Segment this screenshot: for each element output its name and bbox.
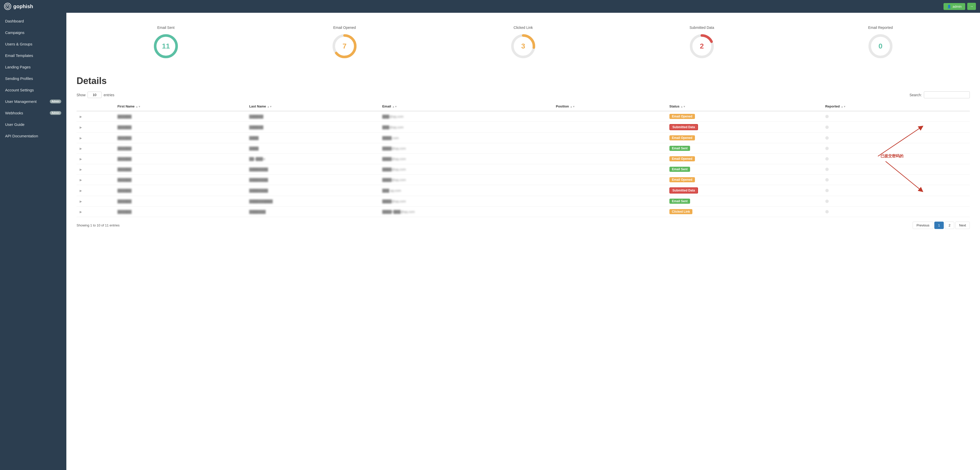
show-label: Show (76, 93, 86, 97)
status-badge: Email Opened (670, 177, 695, 182)
entries-input[interactable] (88, 92, 102, 98)
reported-icon[interactable]: ⊗ (825, 199, 829, 204)
stat-value-email-reported: 0 (878, 42, 883, 50)
search-input[interactable] (924, 91, 970, 98)
expand-icon[interactable]: ▶ (80, 157, 82, 161)
donut-email-reported: 0 (866, 32, 894, 60)
reported-cell: ⊗ (822, 207, 942, 217)
expand-cell[interactable]: ▶ (76, 175, 115, 185)
first-name-cell: ██████ (115, 122, 246, 133)
expand-icon[interactable]: ▶ (80, 168, 82, 171)
expand-cell[interactable]: ▶ (76, 111, 115, 122)
sidebar-item-user-guide[interactable]: User Guide (0, 119, 66, 130)
sidebar-item-webhooks[interactable]: Webhooks Admin (0, 107, 66, 119)
expand-cell[interactable]: ▶ (76, 133, 115, 143)
expand-icon[interactable]: ▶ (80, 136, 82, 140)
expand-icon[interactable]: ▶ (80, 178, 82, 182)
expand-cell[interactable]: ▶ (76, 164, 115, 175)
admin-button[interactable]: 👤 admin (943, 3, 965, 10)
stat-submitted-data: Submitted Data 2 (688, 25, 716, 60)
reported-icon[interactable]: ⊗ (825, 156, 829, 161)
reported-icon[interactable]: ⊗ (825, 188, 829, 193)
reported-icon[interactable]: ⊗ (825, 114, 829, 119)
col-last-name[interactable]: Last Name▲▼ (246, 102, 379, 111)
sort-icon-last-name: ▲▼ (267, 105, 272, 108)
table-row: ▶█████████████████6███@qq.comClicked Lin… (76, 207, 970, 217)
status-cell: Submitted Data (667, 122, 822, 133)
position-cell (553, 185, 667, 196)
expand-cell[interactable]: ▶ (76, 154, 115, 164)
email-cell: ████@qq.com (379, 164, 553, 175)
expand-cell[interactable]: ▶ (76, 185, 115, 196)
sidebar-item-users-groups[interactable]: Users & Groups (0, 38, 66, 50)
expand-icon[interactable]: ▶ (80, 126, 82, 129)
reported-icon[interactable]: ⊗ (825, 209, 829, 214)
expand-icon[interactable]: ▶ (80, 210, 82, 213)
sidebar-item-user-management[interactable]: User Management Admin (0, 96, 66, 107)
expand-cell[interactable]: ▶ (76, 122, 115, 133)
page-button-1[interactable]: 1 (934, 221, 944, 229)
sidebar-item-dashboard[interactable]: Dashboard (0, 15, 66, 27)
col-reported[interactable]: Reported▲▼ (822, 102, 942, 111)
sidebar-item-account-settings[interactable]: Account Settings (0, 84, 66, 96)
search-label: Search: (910, 93, 922, 97)
last-name-cell: ██████████ (246, 196, 379, 207)
stat-email-reported: Email Reported 0 (866, 25, 894, 60)
stat-label-clicked-link: Clicked Link (514, 25, 533, 30)
sort-icon-position: ▲▼ (570, 105, 575, 108)
brand-logo[interactable]: gophish (4, 3, 33, 10)
status-cell: Email Sent (667, 164, 822, 175)
expand-cell[interactable]: ▶ (76, 207, 115, 217)
previous-button[interactable]: Previous (913, 221, 933, 229)
first-name-cell: ██████ (115, 196, 246, 207)
reported-cell: ⊗ (822, 143, 942, 154)
logout-button[interactable]: → (967, 3, 976, 10)
status-cell: Email Opened (667, 154, 822, 164)
show-entries: Show entries (76, 92, 115, 98)
reported-icon[interactable]: ⊗ (825, 146, 829, 151)
sidebar-label: Dashboard (5, 19, 24, 23)
col-position[interactable]: Position▲▼ (553, 102, 667, 111)
expand-icon[interactable]: ▶ (80, 115, 82, 118)
last-name-cell: ████████ (246, 185, 379, 196)
last-name-cell: ██████ (246, 111, 379, 122)
sidebar-item-landing-pages[interactable]: Landing Pages (0, 61, 66, 73)
email-cell: ████6███@qq.com (379, 207, 553, 217)
expand-cell[interactable]: ▶ (76, 143, 115, 154)
last-name-cell: ████ (246, 143, 379, 154)
admin-label: admin (953, 5, 962, 8)
sidebar-item-api-documentation[interactable]: API Documentation (0, 130, 66, 142)
reported-icon[interactable]: ⊗ (825, 177, 829, 182)
expand-icon[interactable]: ▶ (80, 147, 82, 150)
svg-point-0 (6, 4, 10, 8)
table-row: ▶███████████████@qq.comEmail Opened⊗ (76, 111, 970, 122)
sidebar-item-campaigns[interactable]: Campaigns (0, 27, 66, 38)
expand-icon[interactable]: ▶ (80, 189, 82, 193)
brand-name: gophish (13, 3, 33, 10)
reported-icon[interactable]: ⊗ (825, 135, 829, 140)
table-row: ▶██████████████████@qq.comEmail Opened⊗ (76, 175, 970, 185)
last-name-cell: ████████ (246, 175, 379, 185)
reported-icon[interactable]: ⊗ (825, 167, 829, 172)
col-status[interactable]: Status▲▼ (667, 102, 822, 111)
email-cell: ████@qq.com (379, 196, 553, 207)
table-row: ▶█████████████████ qq.comSubmitted Data⊗ (76, 185, 970, 196)
expand-icon[interactable]: ▶ (80, 200, 82, 203)
expand-cell[interactable]: ▶ (76, 196, 115, 207)
reported-icon[interactable]: ⊗ (825, 124, 829, 130)
first-name-cell: ██████ (115, 143, 246, 154)
next-button[interactable]: Next (955, 221, 970, 229)
status-cell: Email Opened (667, 175, 822, 185)
col-email[interactable]: Email▲▼ (379, 102, 553, 111)
sidebar-item-sending-profiles[interactable]: Sending Profiles (0, 73, 66, 84)
col-delete (942, 102, 970, 111)
position-cell (553, 164, 667, 175)
pagination-controls: Previous12Next (913, 221, 970, 229)
status-badge: Clicked Link (670, 209, 693, 214)
page-button-2[interactable]: 2 (945, 221, 954, 229)
col-first-name[interactable]: First Name▲▼ (115, 102, 246, 111)
table-row: ▶██████████████@qq.comEmail Sent⊗ (76, 143, 970, 154)
email-cell: ████@qq.com (379, 154, 553, 164)
sort-icon-first-name: ▲▼ (135, 105, 141, 108)
sidebar-item-email-templates[interactable]: Email Templates (0, 50, 66, 61)
